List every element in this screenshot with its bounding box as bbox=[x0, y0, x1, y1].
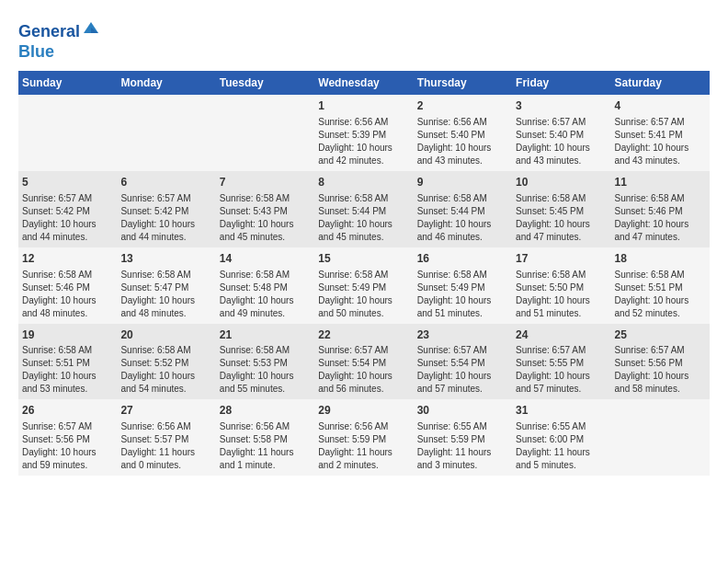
day-info: Sunrise: 6:56 AM Sunset: 5:39 PM Dayligh… bbox=[318, 116, 409, 167]
day-number: 28 bbox=[220, 403, 311, 419]
day-number: 9 bbox=[417, 175, 508, 190]
calendar-cell bbox=[117, 95, 215, 171]
col-header-sunday: Sunday bbox=[18, 71, 117, 95]
day-info: Sunrise: 6:58 AM Sunset: 5:43 PM Dayligh… bbox=[220, 192, 311, 244]
calendar-cell: 27Sunrise: 6:56 AM Sunset: 5:57 PM Dayli… bbox=[117, 399, 215, 476]
calendar-cell: 2Sunrise: 6:56 AM Sunset: 5:40 PM Daylig… bbox=[414, 95, 512, 171]
day-info: Sunrise: 6:57 AM Sunset: 5:54 PM Dayligh… bbox=[318, 344, 409, 396]
day-number: 20 bbox=[120, 327, 211, 343]
calendar-cell: 1Sunrise: 6:56 AM Sunset: 5:39 PM Daylig… bbox=[314, 95, 413, 171]
day-info: Sunrise: 6:58 AM Sunset: 5:46 PM Dayligh… bbox=[615, 192, 706, 244]
calendar-cell: 10Sunrise: 6:58 AM Sunset: 5:45 PM Dayli… bbox=[512, 171, 610, 247]
day-info: Sunrise: 6:58 AM Sunset: 5:48 PM Dayligh… bbox=[220, 269, 311, 320]
day-info: Sunrise: 6:57 AM Sunset: 5:40 PM Dayligh… bbox=[516, 116, 607, 167]
day-info: Sunrise: 6:58 AM Sunset: 5:44 PM Dayligh… bbox=[417, 192, 508, 244]
day-number: 4 bbox=[615, 98, 706, 114]
day-info: Sunrise: 6:56 AM Sunset: 5:57 PM Dayligh… bbox=[120, 420, 211, 472]
day-number: 25 bbox=[615, 327, 706, 343]
day-number: 13 bbox=[120, 251, 211, 267]
calendar-cell: 13Sunrise: 6:58 AM Sunset: 5:47 PM Dayli… bbox=[117, 247, 215, 324]
day-number: 11 bbox=[615, 175, 706, 190]
calendar-cell bbox=[611, 399, 710, 476]
day-number: 12 bbox=[22, 251, 113, 267]
day-number: 19 bbox=[22, 327, 113, 343]
day-info: Sunrise: 6:57 AM Sunset: 5:41 PM Dayligh… bbox=[615, 116, 706, 167]
calendar-cell: 19Sunrise: 6:58 AM Sunset: 5:51 PM Dayli… bbox=[18, 324, 117, 400]
calendar-cell: 25Sunrise: 6:57 AM Sunset: 5:56 PM Dayli… bbox=[611, 324, 710, 400]
day-info: Sunrise: 6:58 AM Sunset: 5:45 PM Dayligh… bbox=[516, 192, 607, 244]
day-info: Sunrise: 6:55 AM Sunset: 6:00 PM Dayligh… bbox=[516, 420, 607, 472]
day-info: Sunrise: 6:57 AM Sunset: 5:56 PM Dayligh… bbox=[22, 420, 113, 472]
calendar-cell: 24Sunrise: 6:57 AM Sunset: 5:55 PM Dayli… bbox=[512, 324, 610, 400]
calendar-cell: 11Sunrise: 6:58 AM Sunset: 5:46 PM Dayli… bbox=[611, 171, 710, 247]
logo: General Blue bbox=[18, 18, 100, 62]
day-info: Sunrise: 6:58 AM Sunset: 5:51 PM Dayligh… bbox=[22, 344, 113, 396]
day-number: 31 bbox=[516, 403, 607, 419]
calendar-table: SundayMondayTuesdayWednesdayThursdayFrid… bbox=[18, 71, 710, 476]
day-number: 22 bbox=[318, 327, 409, 343]
calendar-cell: 26Sunrise: 6:57 AM Sunset: 5:56 PM Dayli… bbox=[18, 399, 117, 476]
day-info: Sunrise: 6:57 AM Sunset: 5:55 PM Dayligh… bbox=[516, 344, 607, 396]
day-info: Sunrise: 6:57 AM Sunset: 5:56 PM Dayligh… bbox=[615, 344, 706, 396]
calendar-week-row: 12Sunrise: 6:58 AM Sunset: 5:46 PM Dayli… bbox=[18, 247, 710, 324]
calendar-cell: 21Sunrise: 6:58 AM Sunset: 5:53 PM Dayli… bbox=[216, 324, 314, 400]
day-number: 30 bbox=[417, 403, 508, 419]
logo-icon bbox=[82, 18, 100, 37]
day-info: Sunrise: 6:58 AM Sunset: 5:49 PM Dayligh… bbox=[417, 269, 508, 320]
day-number: 23 bbox=[417, 327, 508, 343]
calendar-cell: 7Sunrise: 6:58 AM Sunset: 5:43 PM Daylig… bbox=[216, 171, 314, 247]
calendar-cell: 17Sunrise: 6:58 AM Sunset: 5:50 PM Dayli… bbox=[512, 247, 610, 324]
calendar-cell: 6Sunrise: 6:57 AM Sunset: 5:42 PM Daylig… bbox=[117, 171, 215, 247]
day-number: 6 bbox=[120, 175, 211, 190]
calendar-cell: 15Sunrise: 6:58 AM Sunset: 5:49 PM Dayli… bbox=[314, 247, 413, 324]
day-number: 29 bbox=[318, 403, 409, 419]
day-number: 26 bbox=[22, 403, 113, 419]
page-header: General Blue bbox=[18, 18, 710, 62]
calendar-cell: 16Sunrise: 6:58 AM Sunset: 5:49 PM Dayli… bbox=[414, 247, 512, 324]
calendar-cell: 4Sunrise: 6:57 AM Sunset: 5:41 PM Daylig… bbox=[611, 95, 710, 171]
calendar-cell: 18Sunrise: 6:58 AM Sunset: 5:51 PM Dayli… bbox=[611, 247, 710, 324]
calendar-cell: 8Sunrise: 6:58 AM Sunset: 5:44 PM Daylig… bbox=[314, 171, 413, 247]
day-info: Sunrise: 6:58 AM Sunset: 5:49 PM Dayligh… bbox=[318, 269, 409, 320]
calendar-cell: 14Sunrise: 6:58 AM Sunset: 5:48 PM Dayli… bbox=[216, 247, 314, 324]
calendar-cell: 30Sunrise: 6:55 AM Sunset: 5:59 PM Dayli… bbox=[414, 399, 512, 476]
day-number: 16 bbox=[417, 251, 508, 267]
day-info: Sunrise: 6:58 AM Sunset: 5:47 PM Dayligh… bbox=[120, 269, 211, 320]
col-header-friday: Friday bbox=[512, 71, 610, 95]
day-number: 14 bbox=[220, 251, 311, 267]
calendar-cell: 5Sunrise: 6:57 AM Sunset: 5:42 PM Daylig… bbox=[18, 171, 117, 247]
day-info: Sunrise: 6:55 AM Sunset: 5:59 PM Dayligh… bbox=[417, 420, 508, 472]
day-number: 18 bbox=[615, 251, 706, 267]
day-info: Sunrise: 6:56 AM Sunset: 5:58 PM Dayligh… bbox=[220, 420, 311, 472]
calendar-week-row: 5Sunrise: 6:57 AM Sunset: 5:42 PM Daylig… bbox=[18, 171, 710, 247]
day-info: Sunrise: 6:58 AM Sunset: 5:51 PM Dayligh… bbox=[615, 269, 706, 320]
day-number: 2 bbox=[417, 98, 508, 114]
calendar-week-row: 19Sunrise: 6:58 AM Sunset: 5:51 PM Dayli… bbox=[18, 324, 710, 400]
col-header-tuesday: Tuesday bbox=[216, 71, 314, 95]
day-info: Sunrise: 6:58 AM Sunset: 5:50 PM Dayligh… bbox=[516, 269, 607, 320]
day-info: Sunrise: 6:58 AM Sunset: 5:53 PM Dayligh… bbox=[220, 344, 311, 396]
calendar-cell: 23Sunrise: 6:57 AM Sunset: 5:54 PM Dayli… bbox=[414, 324, 512, 400]
calendar-cell: 12Sunrise: 6:58 AM Sunset: 5:46 PM Dayli… bbox=[18, 247, 117, 324]
calendar-cell: 28Sunrise: 6:56 AM Sunset: 5:58 PM Dayli… bbox=[216, 399, 314, 476]
day-number: 7 bbox=[220, 175, 311, 190]
calendar-cell bbox=[18, 95, 117, 171]
logo-text: General Blue bbox=[18, 18, 100, 62]
day-info: Sunrise: 6:57 AM Sunset: 5:42 PM Dayligh… bbox=[22, 192, 113, 244]
logo-blue-text: Blue bbox=[18, 42, 54, 61]
day-info: Sunrise: 6:56 AM Sunset: 5:40 PM Dayligh… bbox=[417, 116, 508, 167]
calendar-week-row: 1Sunrise: 6:56 AM Sunset: 5:39 PM Daylig… bbox=[18, 95, 710, 171]
calendar-header-row: SundayMondayTuesdayWednesdayThursdayFrid… bbox=[18, 71, 710, 95]
day-number: 21 bbox=[220, 327, 311, 343]
day-number: 17 bbox=[516, 251, 607, 267]
calendar-cell: 3Sunrise: 6:57 AM Sunset: 5:40 PM Daylig… bbox=[512, 95, 610, 171]
day-number: 3 bbox=[516, 98, 607, 114]
day-info: Sunrise: 6:57 AM Sunset: 5:54 PM Dayligh… bbox=[417, 344, 508, 396]
calendar-cell: 31Sunrise: 6:55 AM Sunset: 6:00 PM Dayli… bbox=[512, 399, 610, 476]
day-info: Sunrise: 6:58 AM Sunset: 5:46 PM Dayligh… bbox=[22, 269, 113, 320]
calendar-cell: 22Sunrise: 6:57 AM Sunset: 5:54 PM Dayli… bbox=[314, 324, 413, 400]
col-header-wednesday: Wednesday bbox=[314, 71, 413, 95]
calendar-cell: 20Sunrise: 6:58 AM Sunset: 5:52 PM Dayli… bbox=[117, 324, 215, 400]
day-number: 1 bbox=[318, 98, 409, 114]
day-info: Sunrise: 6:56 AM Sunset: 5:59 PM Dayligh… bbox=[318, 420, 409, 472]
